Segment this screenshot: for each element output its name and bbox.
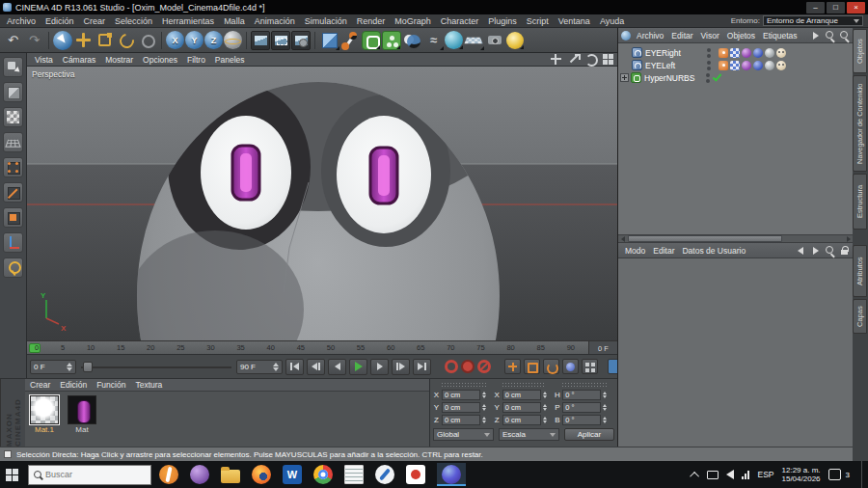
size-z-field[interactable]: 0 cm <box>502 415 541 425</box>
object-manager-menu-item[interactable]: Etiquetas <box>759 31 800 41</box>
snap-icon[interactable] <box>3 258 23 278</box>
file-explorer-icon[interactable] <box>221 470 240 483</box>
menu-item[interactable]: Animación <box>250 16 300 26</box>
array-icon[interactable] <box>382 31 401 50</box>
material-thumbnail[interactable] <box>30 395 59 424</box>
next-key-button[interactable] <box>392 359 410 375</box>
taskbar-clock[interactable]: 12:29 a. m. 15/04/2026 <box>782 466 821 483</box>
prev-frame-button[interactable] <box>328 359 346 375</box>
taskbar-search[interactable] <box>28 465 151 485</box>
red-app-icon[interactable] <box>406 465 425 484</box>
tab-objetos[interactable]: Objetos <box>853 29 867 73</box>
minimize-button[interactable] <box>806 2 825 14</box>
stepper-icon[interactable] <box>603 417 607 423</box>
menu-item[interactable]: Edición <box>41 16 79 26</box>
word-icon[interactable]: W <box>283 465 302 484</box>
lock-icon[interactable] <box>839 245 850 256</box>
key-position-toggle[interactable] <box>504 359 521 374</box>
sky-icon[interactable] <box>445 31 463 49</box>
object-tags[interactable] <box>719 61 786 70</box>
object-axis-icon[interactable] <box>3 232 23 253</box>
camera-icon[interactable] <box>485 30 505 50</box>
model-mode-icon[interactable] <box>3 82 23 102</box>
object-manager-menu-item[interactable]: Editar <box>667 31 696 41</box>
menu-item[interactable]: Character <box>436 16 484 26</box>
network-icon[interactable] <box>742 471 749 479</box>
menu-item[interactable]: Ayuda <box>595 16 629 26</box>
live-selection-icon[interactable] <box>53 31 72 50</box>
particles-icon[interactable] <box>423 30 444 50</box>
last-tool-icon[interactable] <box>137 30 157 50</box>
prev-key-button[interactable] <box>307 359 325 375</box>
key-rotation-toggle[interactable] <box>543 359 559 374</box>
pen-app-icon[interactable] <box>375 465 394 484</box>
hypernurbs-icon[interactable] <box>362 31 381 50</box>
workplane-mode-icon[interactable] <box>3 132 23 152</box>
material-menu-item[interactable]: Textura <box>130 380 167 390</box>
enabled-check-icon[interactable] <box>713 71 722 81</box>
tab-capas[interactable]: Capas <box>853 299 867 334</box>
menu-item[interactable]: Simulación <box>300 16 352 26</box>
object-tags[interactable] <box>719 48 786 58</box>
points-mode-icon[interactable] <box>3 157 23 177</box>
tab-estructura[interactable]: Estructura <box>853 174 867 230</box>
material-name[interactable]: Mat.1 <box>35 425 54 434</box>
undo-icon[interactable] <box>3 30 23 50</box>
stepper-icon[interactable] <box>482 404 486 411</box>
material-item[interactable]: Mat <box>66 395 98 434</box>
notification-center-icon[interactable] <box>828 469 841 480</box>
position-y-field[interactable]: 0 cm <box>442 402 480 413</box>
make-editable-icon[interactable] <box>3 57 23 77</box>
spline-pen-icon[interactable] <box>340 30 361 50</box>
purple-app-icon[interactable] <box>190 465 209 484</box>
search-icon[interactable] <box>825 30 835 41</box>
object-row-eyeright[interactable]: EYERight <box>618 46 853 59</box>
left-pupil[interactable] <box>232 146 259 200</box>
scroll-right-icon[interactable] <box>844 235 853 242</box>
keyframe-selection-button[interactable] <box>477 360 491 373</box>
tab-navegador-de-contenido[interactable]: Navegador de Contenido <box>853 75 867 172</box>
stepper-icon[interactable] <box>543 417 547 423</box>
menu-item[interactable]: Malla <box>219 16 250 26</box>
size-x-field[interactable]: 0 cm <box>502 390 541 400</box>
object-manager-scrollbar[interactable] <box>618 234 853 243</box>
floor-icon[interactable] <box>464 30 484 50</box>
size-mode-dropdown[interactable]: Escala <box>499 428 559 441</box>
viewport-3d[interactable]: Y X Perspectiva <box>27 67 617 340</box>
filter-icon[interactable] <box>839 30 850 41</box>
search-icon[interactable] <box>825 245 835 256</box>
viewport-menu-item[interactable]: Filtro <box>182 55 210 65</box>
axis-lock-button[interactable]: Y <box>185 31 203 49</box>
pan-view-icon[interactable] <box>550 53 562 66</box>
key-parameter-toggle[interactable] <box>562 359 579 374</box>
chrome-icon[interactable] <box>313 465 333 484</box>
right-pupil[interactable] <box>370 148 397 203</box>
menu-item[interactable]: Archivo <box>2 16 41 26</box>
coordinate-space-dropdown[interactable]: Global <box>433 428 494 441</box>
timeline-ruler[interactable]: 051015202530354045505560657075808590 0 F <box>27 340 617 354</box>
attribute-manager-menu-item[interactable]: Datos de Usuario <box>678 246 749 256</box>
menu-item[interactable]: Herramientas <box>157 16 219 26</box>
axis-lock-button[interactable]: Z <box>204 31 223 49</box>
menu-item[interactable]: Crear <box>79 16 111 26</box>
visibility-toggles[interactable] <box>706 73 710 83</box>
polygons-mode-icon[interactable] <box>3 207 23 228</box>
visibility-toggles[interactable] <box>707 61 711 70</box>
autokey-button[interactable] <box>461 360 475 373</box>
display-tray-icon[interactable] <box>707 471 719 479</box>
apply-button[interactable]: Aplicar <box>564 428 614 441</box>
toggle-view-icon[interactable] <box>602 53 614 66</box>
environment-select[interactable]: Entorno de Arranque <box>763 15 863 26</box>
object-row-hypernurbs[interactable]: HyperNURBS <box>618 71 853 84</box>
scrollbar-thumb[interactable] <box>628 235 782 242</box>
attribute-manager-menu-item[interactable]: Editar <box>649 246 678 256</box>
next-frame-button[interactable] <box>370 359 389 375</box>
key-pla-toggle[interactable] <box>582 359 598 374</box>
object-row-eyeleft[interactable]: EYELeft <box>618 59 853 71</box>
material-thumbnail[interactable] <box>68 395 96 424</box>
coordinate-system-icon[interactable] <box>224 31 242 49</box>
material-menu-item[interactable]: Crear <box>25 380 55 390</box>
material-item[interactable]: Mat.1 <box>28 395 61 434</box>
object-manager-menu-item[interactable]: Visor <box>697 31 723 41</box>
viewport-menu-item[interactable]: Paneles <box>210 55 250 65</box>
